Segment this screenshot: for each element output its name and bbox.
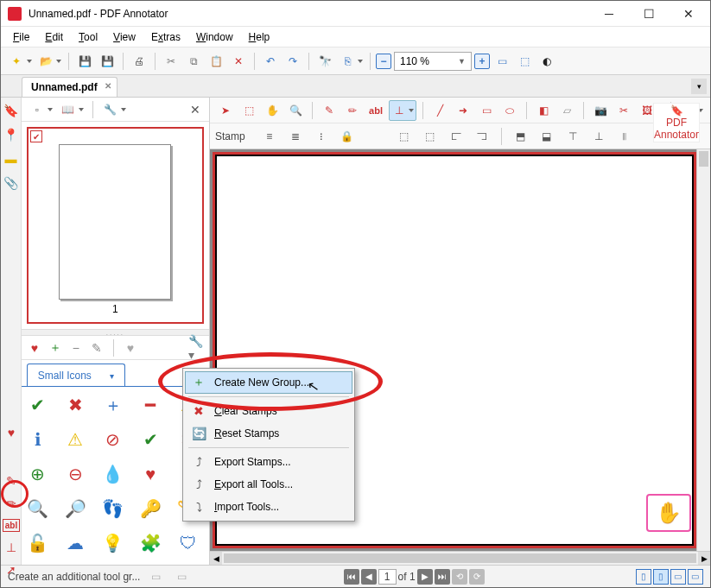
print-button[interactable]: 🖨 [129,51,149,72]
attachment-icon[interactable]: 📎 [3,175,18,191]
back-button[interactable]: ⟲ [452,569,467,585]
continuous-view[interactable]: ▯ [653,569,669,585]
minimize-button[interactable]: ─ [589,1,629,27]
cut-button[interactable]: ✂ [161,51,181,72]
stamp-warn2[interactable]: ⚠ [64,428,86,451]
vertical-scrollbar[interactable] [696,149,710,551]
menu-reset-stamps[interactable]: 🔄 Reset Stamps [185,422,352,445]
pan-tool[interactable]: ✋ [262,100,282,121]
stamp-search[interactable]: 🔍 [27,497,49,520]
first-page-button[interactable]: ⏮ [344,569,359,585]
stamp-lock[interactable]: 🔓 [27,532,49,554]
stamp-cloud[interactable]: ☁ [64,532,86,554]
favorite-icon[interactable]: ♥ [27,340,42,356]
status-icon1[interactable]: ▭ [145,566,166,587]
stamp-feet[interactable]: 👣 [102,497,124,520]
stamp-check-green[interactable]: ✔ [27,394,49,416]
two-page-view[interactable]: ▭ [670,569,686,585]
align-right-button[interactable]: ⫶ [311,126,332,147]
stamp-key[interactable]: 🔑 [139,497,162,520]
align-bottom-button[interactable]: ⊥ [588,126,609,147]
stamp-tool[interactable]: ⊥ [389,100,416,121]
tab-overflow-button[interactable]: ▾ [691,79,707,94]
group1-button[interactable]: ⬚ [394,126,415,147]
fullscreen-button[interactable]: ◐ [536,51,557,72]
zoom-tool[interactable]: 🔍 [285,100,306,121]
textbox-icon[interactable]: abl [3,519,20,532]
menu-export-stamps[interactable]: ⤴ Export Stamps... [185,451,352,473]
align-center-button[interactable]: ≣ [285,126,306,147]
group3-button[interactable]: ⫍ [446,126,467,147]
menu-edit[interactable]: Edit [38,28,70,46]
send-back-button[interactable]: ⬓ [536,126,557,147]
thumbnail-container[interactable]: ✔ 1 [27,127,204,324]
save-button[interactable]: 💾 [74,51,95,72]
next-page-button[interactable]: ▶ [417,569,433,585]
fit-page-button[interactable]: ▭ [492,51,512,72]
undo-button[interactable]: ↶ [260,51,281,72]
delete-button[interactable]: ✕ [228,51,249,72]
stamps-settings-icon[interactable]: 🔧▾ [188,340,204,356]
eraser-tool[interactable]: ◧ [533,100,554,121]
crop-tool[interactable]: ✂ [613,100,634,121]
menu-help[interactable]: Help [242,28,277,46]
stamp-minus-red[interactable]: ━ [139,394,162,416]
menu-tool[interactable]: Tool [72,28,105,46]
new-page-button[interactable]: ▫ [27,99,54,120]
page-input[interactable]: 1 [378,569,397,585]
stamp-droplet[interactable]: 💧 [102,463,124,485]
pen-icon[interactable]: ✎ [6,474,16,488]
lock-button[interactable]: 🔒 [337,126,358,147]
zoom-input[interactable]: 110 %▼ [394,52,472,71]
find-button[interactable]: 🔭 [314,51,335,72]
menu-create-new-group[interactable]: ＋ Create New Group... [185,371,352,394]
menu-extras[interactable]: Extras [144,28,187,46]
panel-splitter[interactable]: ..... [22,329,209,336]
align-left-button[interactable]: ≡ [259,126,280,147]
panel-close-button[interactable]: ✕ [187,103,204,117]
tab-small-icons[interactable]: Small Icons ▾ [27,364,126,386]
prev-page-button[interactable]: ◀ [361,569,377,585]
menu-view[interactable]: View [106,28,143,46]
goto-button[interactable]: ⎘ [337,51,365,72]
bookmark-icon[interactable]: 🔖 [3,103,18,118]
menu-window[interactable]: Window [189,28,240,46]
page-options-button[interactable]: 📖 [58,99,86,120]
heart-icon[interactable]: ♥ [8,426,15,439]
save-as-button[interactable]: 💾 [97,51,117,72]
heart-gray-icon[interactable]: ♥ [123,340,138,356]
redo-button[interactable]: ↷ [282,51,303,72]
page-thumbnail[interactable] [59,144,171,300]
stamp-heart[interactable]: ♥ [139,463,162,485]
snapshot-tool[interactable]: 📷 [590,100,611,121]
note-icon[interactable]: ▬ [3,151,18,167]
zoom-in-button[interactable]: + [474,54,490,69]
stamp-bulb[interactable]: 💡 [102,532,124,554]
ellipse-tool[interactable]: ⬭ [499,100,520,121]
arrow2-icon[interactable]: ➚ [6,563,16,577]
maximize-button[interactable]: ☐ [629,1,669,27]
menu-export-all-tools[interactable]: ⤴ Export all Tools... [185,473,352,496]
bring-front-button[interactable]: ⬒ [511,126,531,147]
tab-dropdown-icon[interactable]: ▾ [110,371,114,381]
horizontal-scrollbar[interactable]: ◀▶ [210,551,710,565]
marker-tool[interactable]: ✏ [342,100,363,121]
two-continuous-view[interactable]: ▭ [688,569,703,585]
pointer-tool[interactable]: ➤ [215,100,236,121]
tab-document[interactable]: Unnamed.pdf ✕ [22,77,117,97]
group4-button[interactable]: ⫎ [472,126,492,147]
copy-button[interactable]: ⧉ [183,51,204,72]
pin-icon[interactable]: 📍 [3,127,18,142]
fit-width-button[interactable]: ⬚ [514,51,535,72]
text-tool[interactable]: abl [365,100,386,121]
menu-file[interactable]: File [6,28,36,46]
remove-stamp-icon[interactable]: − [68,340,84,356]
group2-button[interactable]: ⬚ [420,126,441,147]
forward-button[interactable]: ⟳ [469,569,485,585]
stamp-puzzle[interactable]: 🧩 [139,532,162,554]
open-button[interactable]: 📂 [35,51,63,72]
paste-button[interactable]: 📋 [206,51,226,72]
distribute-button[interactable]: ⫴ [614,126,635,147]
stamp-shield[interactable]: 🛡 [177,532,200,554]
stamp-plus-blue[interactable]: ＋ [102,394,124,416]
